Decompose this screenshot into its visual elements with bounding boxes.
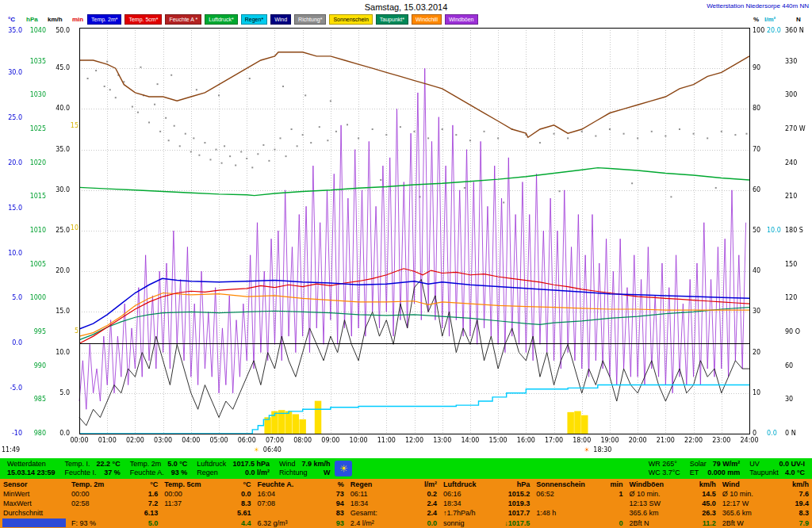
table-cell: 365.6 km8.3 xyxy=(719,509,812,517)
cell-label: F: 93 % xyxy=(71,519,96,527)
status-group: Luftdruck1017.5 hPaRegen0.0 l/m² xyxy=(192,458,274,479)
cell-label: 6.32 g/m³ xyxy=(258,519,288,527)
cell-label: Feuchte A. xyxy=(258,480,294,488)
status-label: Luftdruck xyxy=(197,460,226,469)
cell-label: 2.4 l/m² xyxy=(350,519,374,527)
cell-label: Wind xyxy=(722,480,740,488)
legend-item-temp-5cm[interactable]: Temp. 5cm* xyxy=(124,14,162,25)
cell-value: 1019.3 xyxy=(508,499,530,507)
cell-value: ↓1017.5 xyxy=(504,519,530,527)
legend-item-taupunkt[interactable]: Taupunkt* xyxy=(376,14,408,25)
cell-value: 7.9 xyxy=(799,519,809,527)
cell-label: 365.6 km xyxy=(722,509,752,517)
status-label: Temp. I. xyxy=(65,460,90,469)
table-cell: sonnig↓1017.5 xyxy=(440,519,533,527)
cell-label: Ø 10 min. xyxy=(630,490,661,498)
status-group: Temp. 2m5.0 °CFeuchte A.93 % xyxy=(125,458,193,479)
legend-item-feuchte-a[interactable]: Feuchte A * xyxy=(165,14,201,25)
status-label: WR 265° xyxy=(649,460,677,469)
status-label: Feuchte A. xyxy=(130,469,164,477)
cell-label: 00:00 xyxy=(164,490,182,498)
legend-item-richtung[interactable]: Richtung* xyxy=(294,14,326,25)
cell-value: 11.2 xyxy=(703,519,716,527)
legend-item-sonnenschein[interactable]: Sonnenschein xyxy=(329,14,372,25)
axis-unit-celsius: °C xyxy=(8,16,15,23)
cell-value: 73 xyxy=(336,490,344,498)
weather-app: Samstag, 15.03.2014 Wetterstation Nieder… xyxy=(0,0,812,528)
cell-value: 7.6 xyxy=(799,490,809,498)
axis-unit-percent: % xyxy=(753,16,759,23)
table-header-row: SensorTemp. 2m°CTemp. 5cm°CFeuchte A.%Re… xyxy=(0,479,812,489)
cell-value: °C xyxy=(243,480,251,488)
cell-value: 1.6 xyxy=(148,490,159,498)
cell-value: l/m² xyxy=(424,480,437,488)
status-label: Taupunkt xyxy=(749,469,779,477)
cell-label: 365.6 km xyxy=(630,509,659,517)
station-name: Wetterstation Niedersorpe 440m NN xyxy=(707,2,809,10)
legend-item-temp-2m[interactable]: Temp. 2m* xyxy=(87,14,121,25)
status-label: Wind xyxy=(279,460,296,469)
cell-label: Windböen xyxy=(630,480,664,488)
cell-value: 1017.7 xyxy=(508,509,530,517)
cell-label: 06:16 xyxy=(443,490,462,498)
table-cell: Sonnenscheinmin xyxy=(533,480,626,488)
cell-value: 0.0 xyxy=(241,490,251,498)
cell-value: km/h xyxy=(792,480,809,488)
table-cell: Regenl/m² xyxy=(347,480,440,488)
cell-label: 02:58 xyxy=(71,499,90,507)
legend-item-regen[interactable]: Regen* xyxy=(241,14,267,25)
axis-unit-lm2: l/m² xyxy=(764,16,776,23)
legend-item-luftdruck[interactable]: Luftdruck* xyxy=(205,14,238,25)
table-cell: 11:378.3 xyxy=(161,499,254,507)
status-bar: Wetterdaten 15.03.14 23:59 Temp. I.22.2 … xyxy=(0,458,812,479)
cell-value: 4.4 xyxy=(241,519,251,527)
status-value: 0.0 UV-I xyxy=(779,460,805,469)
table-row-cur: F: 93 %5.04.46.32 g/m³932.4 l/m²0.0sonni… xyxy=(0,518,812,528)
table-cell: 06:161015.2 xyxy=(440,490,533,498)
cell-label: 1:48 h xyxy=(536,509,556,517)
table-cell: 12:13 SW45.0 xyxy=(626,499,719,507)
table-cell: 02:587.2 xyxy=(68,499,161,507)
table-cell: 07:0894 xyxy=(255,499,347,507)
status-spacer xyxy=(352,458,643,479)
legend-item-windchill[interactable]: Windchill xyxy=(412,14,442,25)
cell-value: % xyxy=(338,480,344,488)
table-cell: Feuchte A.% xyxy=(255,480,347,488)
status-group: Solar79 W/m²ET0.000 mm xyxy=(685,458,745,479)
cell-label: 07:08 xyxy=(258,499,276,507)
table-cell: 5.61 xyxy=(161,509,254,517)
table-cell: 2Bft W7.9 xyxy=(719,519,812,527)
weather-chart xyxy=(0,27,812,458)
status-group-header: Wetterdaten 15.03.14 23:59 xyxy=(2,458,60,479)
stats-table: SensorTemp. 2m°CTemp. 5cm°CFeuchte A.%Re… xyxy=(0,479,812,528)
row-label: Durchschnitt xyxy=(0,509,68,517)
cell-value: 94 xyxy=(336,499,344,507)
axis-unit-min: min xyxy=(72,16,83,23)
table-cell: 83 xyxy=(255,509,347,517)
legend: Temp. 2m*Temp. 5cm*Feuchte A *Luftdruck*… xyxy=(87,14,478,25)
table-cell: LuftdruckhPa xyxy=(440,480,533,488)
status-value: 93 % xyxy=(171,469,188,477)
status-group: Temp. I.22.2 °CFeuchte I.37 % xyxy=(60,458,125,479)
cell-value: 5.61 xyxy=(237,509,251,517)
cell-label: 06:52 xyxy=(536,490,554,498)
status-value: 0.0 l/m² xyxy=(245,469,270,477)
legend-item-windb-en[interactable]: Windböen xyxy=(445,14,478,25)
cell-label: ↑1.7hPa/h xyxy=(443,509,476,517)
cell-label: Regen xyxy=(350,480,373,488)
cell-value: 0.2 xyxy=(427,490,437,498)
cell-label: 18:34 xyxy=(443,499,462,507)
status-value: 1017.5 hPa xyxy=(232,460,270,469)
table-cell: 4.4 xyxy=(161,519,254,527)
cell-value: °C xyxy=(150,480,158,488)
cell-value: 2.4 xyxy=(427,509,437,517)
legend-item-wind[interactable]: Wind xyxy=(270,14,291,25)
table-cell: Temp. 2m°C xyxy=(68,480,161,488)
cell-value: 26.3 xyxy=(702,509,716,517)
cell-label: 16:04 xyxy=(258,490,276,498)
cell-value: 8.3 xyxy=(799,509,809,517)
table-cell: 2.4 l/m²0.0 xyxy=(347,519,440,527)
cell-value: 45.0 xyxy=(702,499,716,507)
table-cell: Gesamt:2.4 xyxy=(347,509,440,517)
status-label: Feuchte I. xyxy=(65,469,97,477)
